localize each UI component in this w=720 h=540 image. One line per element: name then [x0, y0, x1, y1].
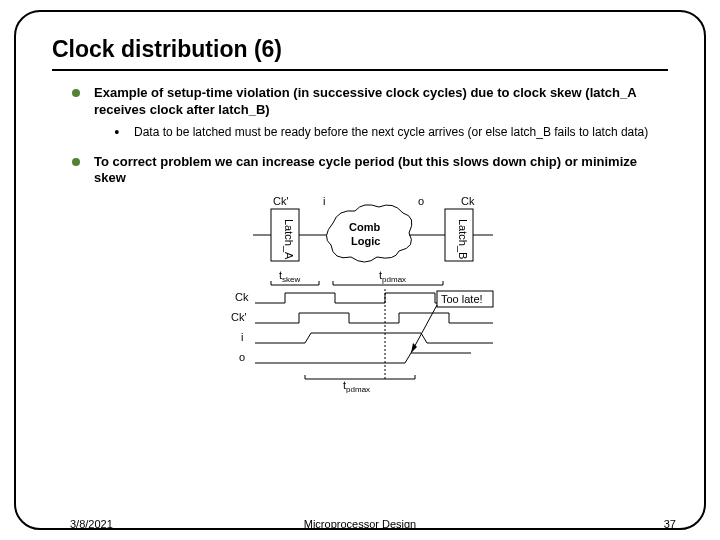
slide-body: Example of setup-time violation (in succ…	[72, 85, 654, 393]
title-rule	[52, 69, 668, 71]
bullet-2: To correct problem we can increase cycle…	[72, 154, 654, 188]
label-ck: Ck	[461, 195, 475, 207]
t-pdmax-label-bottom: tpdmax	[343, 379, 370, 393]
bullet-1: Example of setup-time violation (in succ…	[72, 85, 654, 119]
signal-ck-prime: Ck'	[231, 311, 247, 323]
bullet-1-text: Example of setup-time violation (in succ…	[94, 85, 654, 119]
footer-course: Microprocessor Design	[0, 518, 720, 530]
comb-label-1: Comb	[349, 221, 380, 233]
bullet-dot-icon	[72, 158, 80, 166]
t-pdmax-label-top: tpdmax	[379, 269, 406, 284]
signal-i: i	[241, 331, 243, 343]
label-ck-prime: Ck'	[273, 195, 289, 207]
t-skew-label: tskew	[279, 269, 301, 284]
comb-label-2: Logic	[351, 235, 380, 247]
slide-title: Clock distribution (6)	[52, 36, 704, 63]
bullet-2-text: To correct problem we can increase cycle…	[94, 154, 654, 188]
comb-logic-cloud	[326, 205, 411, 262]
wave-o	[255, 353, 471, 363]
footer-page-number: 37	[664, 518, 676, 530]
bullet-1-sub-1: • Data to be latched must be ready befor…	[114, 125, 654, 144]
label-i: i	[323, 195, 325, 207]
latch-a-label: Latch_A	[283, 219, 295, 260]
wave-ck-prime	[255, 313, 493, 323]
label-o: o	[418, 195, 424, 207]
wave-i	[255, 333, 493, 343]
slide-frame: Clock distribution (6) Example of setup-…	[14, 10, 706, 530]
diagram: Ck' i o Ck Latch_A Comb Logic Latch_B	[183, 193, 543, 393]
bullet-dot-icon	[72, 89, 80, 97]
signal-o: o	[239, 351, 245, 363]
signal-ck: Ck	[235, 291, 249, 303]
t-pdmax-bracket-bottom	[305, 375, 415, 379]
latch-b-label: Latch_B	[457, 219, 469, 259]
bullet-1-sub-1-text: Data to be latched must be ready before …	[134, 125, 648, 144]
sub-bullet-dot-icon: •	[114, 123, 122, 144]
too-late-label: Too late!	[441, 293, 483, 305]
